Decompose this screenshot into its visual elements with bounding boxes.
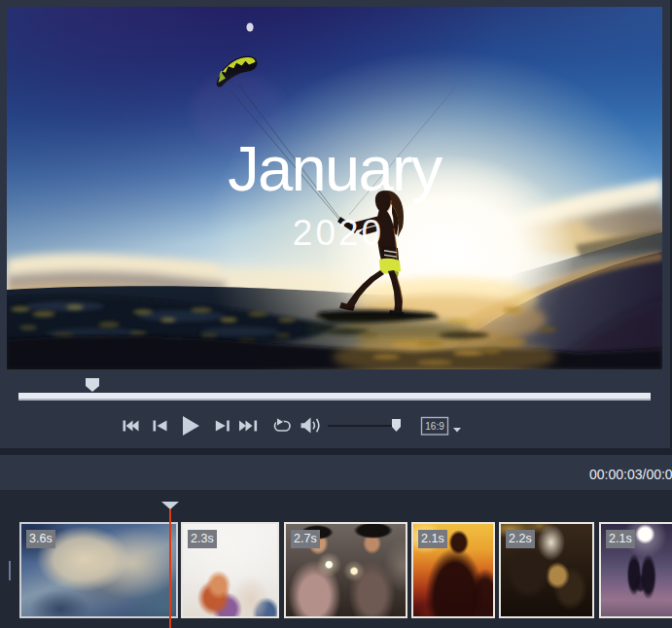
svg-text:16:9: 16:9 bbox=[425, 421, 444, 432]
